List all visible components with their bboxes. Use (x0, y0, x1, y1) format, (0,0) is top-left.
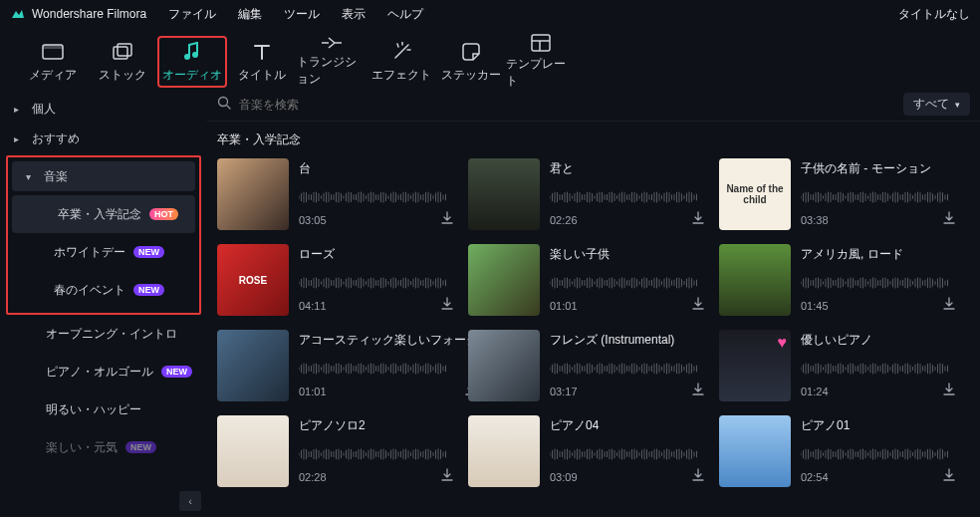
sidebar-item-spring[interactable]: 春のイベント NEW (8, 271, 199, 309)
track-card[interactable]: アコースティック楽しいフォーク01:01 (217, 330, 454, 401)
track-card[interactable]: ピアノソロ202:28 (217, 415, 454, 487)
track-card[interactable]: アメリカ風, ロード01:45 (719, 244, 956, 316)
waveform (550, 442, 705, 460)
track-duration: 03:17 (550, 386, 578, 397)
tab-audio[interactable]: オーディオ (157, 36, 227, 88)
hot-badge: HOT (149, 208, 178, 220)
section-title: 卒業・入学記念 (207, 122, 980, 152)
track-title: 台 (299, 160, 454, 177)
search-box[interactable] (211, 96, 903, 113)
waveform (801, 357, 956, 375)
track-duration: 01:01 (550, 300, 578, 312)
sidebar-item-opening[interactable]: オープニング・イントロ (0, 315, 207, 353)
waveform (801, 442, 956, 460)
track-card[interactable]: ピアノ0102:54 (719, 415, 956, 487)
tab-effect[interactable]: エフェクト (367, 36, 436, 88)
download-button[interactable] (691, 211, 705, 228)
track-thumbnail (468, 330, 540, 401)
svg-rect-6 (532, 35, 550, 51)
track-card[interactable]: 楽しい子供01:01 (468, 244, 705, 316)
menu-edit[interactable]: 編集 (238, 6, 262, 23)
track-title: フレンズ (Instrumental) (550, 332, 705, 349)
sidebar-item-graduation[interactable]: 卒業・入学記念 HOT (12, 195, 195, 233)
track-grid: 台03:05君と02:26Name of the child子供の名前 - モー… (207, 152, 980, 497)
waveform (299, 271, 454, 289)
track-body: ローズ04:11 (299, 244, 454, 316)
download-button[interactable] (942, 468, 956, 485)
track-meta: 03:17 (550, 383, 705, 399)
track-body: アコースティック楽しいフォーク01:01 (299, 330, 478, 401)
track-card[interactable]: 台03:05 (217, 158, 454, 230)
template-icon (530, 34, 552, 52)
chevron-down-icon: ▾ (955, 100, 960, 110)
track-card[interactable]: ROSEローズ04:11 (217, 244, 454, 316)
download-button[interactable] (440, 211, 454, 228)
track-title: ピアノソロ2 (299, 417, 454, 434)
tab-stock[interactable]: ストック (88, 36, 157, 88)
track-duration: 01:24 (801, 386, 829, 397)
waveform (299, 442, 454, 460)
track-meta: 01:24 (801, 383, 956, 399)
tab-sticker[interactable]: ステッカー (436, 36, 506, 88)
download-button[interactable] (691, 297, 705, 314)
download-button[interactable] (942, 297, 956, 314)
track-duration: 02:54 (801, 471, 829, 483)
track-card[interactable]: ピアノ0403:09 (468, 415, 705, 487)
menu-tool[interactable]: ツール (284, 6, 320, 23)
search-icon (217, 96, 231, 113)
track-meta: 01:45 (801, 297, 956, 314)
sidebar-item-piano[interactable]: ピアノ・オルゴール NEW (0, 353, 207, 390)
waveform (550, 357, 705, 375)
download-button[interactable] (440, 468, 454, 485)
sidebar-item-fun[interactable]: 楽しい・元気 NEW (0, 428, 207, 466)
download-button[interactable] (942, 211, 956, 228)
title-bar: Wondershare Filmora ファイル 編集 ツール 表示 ヘルプ タ… (0, 0, 980, 28)
sidebar-item-whiteday[interactable]: ホワイトデー NEW (8, 233, 199, 271)
new-badge: NEW (133, 246, 164, 258)
track-thumbnail (468, 415, 540, 487)
track-title: 優しいピアノ (801, 332, 956, 349)
search-input[interactable] (239, 98, 388, 112)
sidebar-group-music[interactable]: ▾ 音楽 (12, 161, 195, 191)
track-thumbnail (217, 330, 289, 401)
sidebar-music-section: ▾ 音楽 卒業・入学記念 HOT ホワイトデー NEW 春のイベント NEW (6, 155, 201, 315)
sidebar-group-personal[interactable]: ▸ 個人 (0, 94, 207, 124)
sidebar-collapse-button[interactable]: ‹ (179, 491, 201, 511)
waveform (801, 271, 956, 289)
waveform (299, 185, 454, 203)
waveform (550, 185, 705, 203)
track-card[interactable]: 君と02:26 (468, 158, 705, 230)
download-button[interactable] (691, 383, 705, 399)
svg-point-4 (184, 54, 190, 60)
track-card[interactable]: Name of the child子供の名前 - モーション03:38 (719, 158, 956, 230)
track-duration: 03:09 (550, 471, 578, 483)
waveform (550, 271, 705, 289)
tab-template[interactable]: テンプレート (506, 36, 576, 88)
logo-icon (10, 6, 26, 22)
svg-rect-3 (118, 44, 131, 56)
download-button[interactable] (440, 297, 454, 314)
filter-dropdown[interactable]: すべて ▾ (903, 93, 970, 116)
track-card[interactable]: フレンズ (Instrumental)03:17 (468, 330, 705, 401)
track-thumbnail (468, 158, 540, 230)
download-button[interactable] (691, 468, 705, 485)
title-icon (251, 41, 273, 63)
track-body: ピアノ0403:09 (550, 415, 705, 487)
track-thumbnail (719, 244, 791, 316)
track-card[interactable]: ♥優しいピアノ01:24 (719, 330, 956, 401)
tab-media[interactable]: メディア (18, 36, 88, 88)
tab-title[interactable]: タイトル (227, 36, 297, 88)
sidebar-group-recommended[interactable]: ▸ おすすめ (0, 124, 207, 153)
sidebar-item-bright[interactable]: 明るい・ハッピー (0, 390, 207, 428)
track-duration: 04:11 (299, 300, 327, 312)
download-button[interactable] (942, 383, 956, 399)
tab-transition[interactable]: トランジション (297, 36, 367, 88)
track-body: フレンズ (Instrumental)03:17 (550, 330, 705, 401)
track-meta: 03:38 (801, 211, 956, 228)
track-thumbnail (217, 158, 289, 230)
menu-file[interactable]: ファイル (168, 6, 216, 23)
menu-help[interactable]: ヘルプ (387, 6, 423, 23)
menu-view[interactable]: 表示 (342, 6, 366, 23)
document-title: タイトルなし (898, 6, 970, 23)
track-thumbnail (217, 415, 289, 487)
